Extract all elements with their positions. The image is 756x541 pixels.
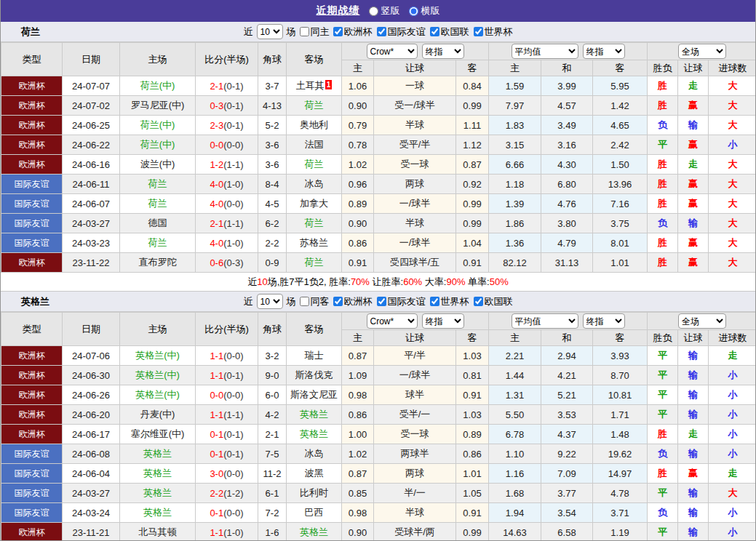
average-select[interactable]: 平均值 [512, 44, 578, 59]
match-date: 24-06-07 [63, 194, 120, 214]
handicap-line: 受球半/两 [374, 523, 456, 541]
score-fulltime: 4-0 [210, 199, 223, 209]
match-row: 国际友谊 24-03-24 英格兰 0-1(0-0) 7-2 巴西 0.98 半… [1, 503, 756, 523]
same-venue-filter[interactable]: 同主 [300, 25, 330, 39]
result-winloss: 平 [648, 135, 678, 155]
col-odds-home: 主 [342, 330, 374, 346]
home-team: 英格兰 [120, 464, 196, 484]
near-label: 近 [244, 25, 253, 39]
score-cell: 0-0(0-0) [196, 135, 258, 155]
col-result-handicap: 让球 [678, 60, 709, 76]
result-winloss: 平 [648, 405, 678, 425]
result-goals: 大 [709, 253, 756, 273]
corner-score: 3-2 [258, 346, 287, 366]
avg-away: 3.93 [593, 346, 648, 366]
league-checkbox[interactable] [377, 27, 386, 36]
score-halftime: (1-1) [223, 218, 243, 229]
league-checkbox[interactable] [333, 297, 343, 306]
odds-home: 0.79 [342, 116, 374, 135]
league-checkbox[interactable] [333, 27, 343, 36]
average-index-select[interactable]: 终指 [583, 313, 625, 329]
odds-away: 0.91 [456, 385, 489, 405]
result-winloss: 胜 [648, 96, 678, 116]
bookmaker-index-select[interactable]: 终指 [422, 44, 464, 59]
match-date: 23-11-21 [63, 523, 120, 541]
bookmaker-index-select[interactable]: 终指 [422, 313, 464, 329]
summary-text: 70% [351, 276, 370, 287]
league-filter[interactable]: 欧洲杯 [333, 25, 373, 39]
league-filter[interactable]: 欧国联 [474, 295, 513, 308]
match-date: 24-03-23 [63, 233, 120, 253]
handicap-line: 一球 [374, 76, 456, 96]
col-away: 客场 [287, 313, 342, 346]
league-checkbox[interactable] [377, 297, 386, 306]
result-handicap: 输 [678, 523, 709, 541]
horizontal-layout-label: 横版 [421, 4, 440, 17]
col-avg-draw: 和 [541, 330, 593, 346]
away-cell: 英格兰 [287, 425, 342, 444]
col-date: 日期 [63, 313, 120, 346]
odds-home: 0.98 [342, 385, 374, 405]
col-avg-home: 主 [489, 330, 541, 346]
match-count-select[interactable]: 10 [257, 24, 283, 39]
away-team: 比利时 [300, 487, 328, 498]
horizontal-layout-radio[interactable] [409, 7, 418, 16]
match-row: 国际友谊 24-06-11 荷兰 4-0(1-0) 8-4 冰岛 0.96 两球… [1, 175, 756, 194]
same-venue-filter[interactable]: 同客 [300, 295, 330, 308]
score-cell: 0-1(0-0) [196, 503, 258, 523]
corner-score: 4-13 [258, 96, 287, 116]
vertical-layout-radio[interactable] [369, 7, 378, 16]
league-filter[interactable]: 国际友谊 [377, 25, 426, 39]
result-winloss: 胜 [648, 155, 678, 175]
bookmaker-select[interactable]: Crow* [367, 313, 418, 329]
league-filter[interactable]: 欧洲杯 [333, 295, 373, 308]
odds-home: 0.89 [342, 194, 374, 214]
avg-home: 7.97 [489, 96, 541, 116]
away-cell: 波黑 [287, 464, 342, 484]
score-halftime: (1-1) [223, 409, 243, 420]
average-index-select[interactable]: 终指 [583, 44, 625, 59]
score-cell: 4-0(0-0) [196, 194, 258, 214]
league-checkbox[interactable] [474, 297, 483, 306]
odds-away: 0.86 [456, 444, 489, 464]
handicap-line: 半/一 [374, 484, 456, 503]
avg-home: 1.18 [489, 175, 541, 194]
home-team: 荷兰(中) [120, 135, 196, 155]
league-filter[interactable]: 国际友谊 [377, 295, 426, 308]
bookmaker-select[interactable]: Crow* [367, 44, 418, 59]
league-checkbox[interactable] [474, 27, 483, 36]
type-badge: 欧洲杯 [1, 425, 63, 444]
summary-text: 50% [490, 276, 509, 287]
scope-select[interactable]: 全场 [678, 313, 726, 329]
home-team: 德国 [120, 214, 196, 233]
avg-away: 2.42 [593, 135, 648, 155]
away-team: 土耳其 [296, 80, 325, 91]
league-checkbox[interactable] [430, 297, 439, 306]
layout-option-horizontal[interactable]: 横版 [409, 4, 440, 17]
league-checkbox[interactable] [430, 27, 439, 36]
average-select[interactable]: 平均值 [512, 313, 578, 329]
league-filter[interactable]: 欧国联 [430, 25, 469, 39]
corner-score: 2-2 [258, 233, 287, 253]
away-cell: 英格兰 [287, 405, 342, 425]
type-badge: 欧洲杯 [1, 96, 63, 116]
match-date: 24-03-27 [63, 484, 120, 503]
layout-option-vertical[interactable]: 竖版 [369, 4, 400, 17]
odds-home: 0.78 [342, 135, 374, 155]
col-score: 比分(半场) [196, 43, 258, 76]
league-filter[interactable]: 世界杯 [430, 295, 469, 308]
match-count-select[interactable]: 10 [257, 294, 283, 309]
match-date: 24-06-20 [63, 405, 120, 425]
team-section-england: 英格兰 近 10 场 同客 欧洲杯国际友谊世界杯欧国联 类型 日 [1, 292, 755, 541]
league-filter[interactable]: 世界杯 [474, 25, 513, 39]
same-venue-checkbox[interactable] [300, 27, 309, 36]
away-team: 冰岛 [305, 448, 324, 459]
same-venue-checkbox[interactable] [300, 297, 309, 306]
score-cell: 2-1(0-1) [196, 76, 258, 96]
handicap-line: 一/球半 [374, 366, 456, 385]
scope-select[interactable]: 全场 [678, 44, 726, 59]
avg-away: 13.96 [593, 175, 648, 194]
score-halftime: (0-3) [223, 257, 243, 268]
league-label: 欧国联 [485, 295, 513, 308]
away-team: 奥地利 [300, 119, 328, 130]
